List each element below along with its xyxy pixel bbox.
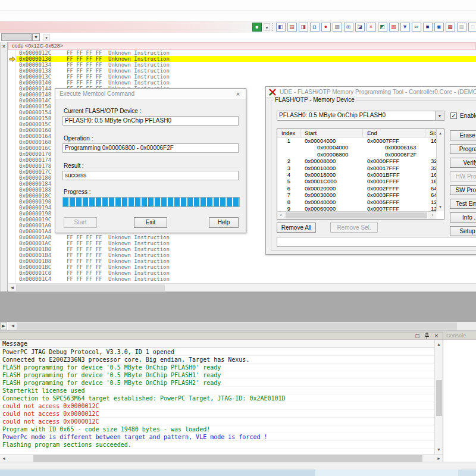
flash-hscroll-thumb[interactable] (286, 212, 427, 218)
memory-tool-icon[interactable]: ▤ (287, 23, 297, 32)
message-line[interactable]: FLASH programming for device '0.5 MByte … (0, 371, 434, 379)
debugger-connect-icon[interactable]: ◧ (276, 23, 286, 32)
message-line[interactable]: Flashing program sections succeeded. (0, 441, 434, 449)
load-program-icon[interactable]: ◨ (299, 23, 308, 32)
result-field[interactable]: success (62, 171, 239, 180)
code-line[interactable]: 0x000001B8FF FF FF FFUnknown Instruction (8, 258, 476, 264)
target-run-icon[interactable]: ■ (252, 23, 262, 32)
scroll-up-icon[interactable]: ▲ (435, 340, 443, 348)
flash-table-subrow[interactable]: 0x000068000x00006F2F (277, 151, 436, 158)
pane-expand-icon[interactable]: ▶ (0, 322, 7, 330)
code-hscroll-thumb[interactable] (16, 284, 165, 291)
code-line[interactable]: 0x00000134FF FF FF FFUnknown Instruction (8, 62, 476, 68)
memtool-dialog[interactable]: Execute Memtool Command × Current FLASH/… (55, 88, 246, 233)
download-target-icon[interactable]: ▼ (400, 23, 410, 32)
message-line[interactable]: could not access 0x0000012C (0, 418, 434, 425)
close-icon[interactable]: × (234, 90, 242, 98)
message-hscroll-thumb[interactable] (33, 455, 422, 462)
combo-dropdown-icon[interactable]: ▼ (32, 33, 40, 41)
message-hscrollbar[interactable]: ◄ ► (0, 454, 443, 462)
delete-session-icon[interactable]: × (367, 23, 376, 32)
flash-table-row[interactable]: 80x000400000x0005FFFF12 (277, 199, 436, 205)
taskbar[interactable] (0, 469, 476, 476)
sw-protect-button[interactable]: SW Protect (450, 185, 476, 195)
breakpoints-icon[interactable]: ▧ (389, 23, 399, 32)
snapshot-icon[interactable]: ◘ (310, 23, 320, 32)
code-hscrollbar[interactable]: ◄ (8, 283, 476, 291)
pane-close-icon[interactable]: × (1, 43, 7, 50)
info-button[interactable]: Info ... (450, 212, 476, 223)
message-column-header[interactable]: Message (0, 340, 434, 348)
code-line[interactable]: 0x000001C0FF FF FF FFUnknown Instruction (8, 270, 476, 276)
flash-column-header[interactable]: End (363, 129, 425, 137)
remove-sel-button[interactable]: Remove Sel. (330, 223, 378, 233)
flash-table-vscrollbar[interactable]: ▲ ▼ (436, 129, 444, 211)
globe-icon[interactable]: ◉ (434, 23, 444, 32)
flash-table-hscrollbar[interactable]: ‹ › (277, 211, 436, 219)
message-line[interactable]: PowerPc mode is different between target… (0, 433, 434, 441)
message-log[interactable]: PowerPC JTAG Debug Protocol, V3.3.0, ID … (0, 348, 434, 454)
code-line[interactable]: 0x00000130FF FF FF FFUnknown Instruction (8, 56, 476, 62)
code-line[interactable]: 0x000001BCFF FF FF FFUnknown Instruction (8, 264, 476, 270)
flash-table-row[interactable]: 70x000300000x0003FFFF64 (277, 192, 436, 198)
window-select-icon[interactable]: ◪ (355, 23, 365, 32)
flash-column-header[interactable]: Size (425, 129, 436, 137)
flash-table-subrow[interactable]: 0x000040000x00006163 (277, 144, 436, 151)
outer-hscroll-thumb[interactable] (17, 322, 457, 330)
code-line[interactable]: 0x0000013CFF FF FF FFUnknown Instruction (8, 74, 476, 80)
flash-table-header[interactable]: IndexStartEndSize (277, 129, 436, 137)
message-line[interactable]: FLASH programming for device '0.5 MByte … (0, 364, 434, 371)
workstation-icon[interactable]: ■ (423, 23, 433, 32)
flash-table-row[interactable]: 20x000080000x0000FFFF32 (277, 158, 436, 164)
flash-table-row[interactable]: 90x000600000x0007FFFF12 (277, 205, 436, 211)
scroll-down-icon[interactable]: ▼ (435, 446, 443, 453)
record-icon[interactable]: ● (321, 23, 331, 32)
message-vscrollbar[interactable]: ▲ ▼ (434, 340, 443, 454)
search-binoculars-icon[interactable]: ∞ (412, 23, 421, 32)
message-line[interactable]: PowerPC JTAG Debug Protocol, V3.3.0, ID … (0, 348, 434, 356)
chart-window-icon[interactable]: ▦ (446, 23, 455, 32)
memtool-dialog-titlebar[interactable]: Execute Memtool Command × (55, 89, 246, 99)
flash-column-header[interactable]: Index (277, 129, 300, 137)
scroll-down-icon[interactable]: ▼ (437, 203, 444, 211)
panel-disabled-icon[interactable]: □ (468, 23, 476, 32)
code-line[interactable]: 0x00000138FF FF FF FFUnknown Instruction (8, 68, 476, 74)
flash-device-dropdown-icon[interactable]: ▼ (435, 111, 444, 120)
message-vscroll-thumb[interactable] (436, 380, 442, 416)
flash-table-row[interactable]: 10x000040000x00007FFF16 (277, 137, 436, 144)
program-button[interactable]: Program (450, 144, 476, 154)
grid-disabled-icon[interactable]: ▦ (457, 23, 466, 32)
flash-table-row[interactable]: 60x000200000x0002FFFF64 (277, 185, 436, 192)
code-window-title[interactable]: code <0x12C-0x528> (8, 42, 476, 50)
flash-table-row[interactable]: 40x000180000x0001BFFF16 (277, 171, 436, 178)
taskbar-segment[interactable] (458, 469, 476, 476)
start-button[interactable]: Start (64, 217, 97, 228)
code-line[interactable]: 0x000001C4FF FF FF FFUnknown Instruction (8, 276, 476, 282)
flash-sector-table[interactable]: IndexStartEndSize 10x000040000x00007FFF1… (277, 129, 444, 220)
exit-button[interactable]: Exit (134, 217, 167, 228)
message-line[interactable]: Starterkit license used (0, 387, 434, 394)
scroll-right-icon[interactable]: › (430, 211, 436, 219)
operation-field[interactable]: Programming 0x00006800 - 0x00006F2F (62, 143, 239, 153)
message-line[interactable]: FLASH programming for device '0.5 MByte … (0, 379, 434, 387)
test-empty-button[interactable]: Test Empty (450, 199, 476, 209)
device-field[interactable]: PFLASH0: 0.5 MByte OnChip PFLASH0 (62, 116, 239, 126)
flash-table-row[interactable]: 50x0001C0000x0001FFFF16 (277, 178, 436, 184)
toolbar-dropdown-icon[interactable]: ▾ (264, 23, 270, 31)
setup-button[interactable]: Setup ... (450, 226, 476, 236)
help-button[interactable]: Help (209, 217, 239, 228)
scroll-left-icon[interactable]: ‹ (278, 211, 284, 219)
command-console-icon[interactable]: ▥ (333, 23, 342, 32)
hw-protect-button[interactable]: HW Protect (450, 171, 476, 181)
scroll-up-icon[interactable]: ▲ (437, 130, 444, 137)
code-line[interactable]: 0x00000140FF FF FF FFUnknown Instruction (8, 80, 476, 86)
flash-column-header[interactable]: Start (300, 129, 363, 137)
message-line[interactable]: Connected to E200Z336N3 processor core, … (0, 356, 434, 364)
enable-checkbox[interactable]: ✓ (450, 112, 457, 119)
console-pane[interactable]: Console (443, 332, 476, 462)
symbol-combo-input[interactable] (1, 33, 32, 41)
scroll-left-icon[interactable]: ◄ (10, 322, 16, 330)
message-line[interactable]: could not access 0x0000012C (0, 402, 434, 410)
flash-device-select[interactable]: PFLASH0: 0.5 MByte OnChip PFLASH0 (277, 111, 444, 121)
flash-table-row[interactable]: 30x000100000x00017FFF32 (277, 165, 436, 171)
